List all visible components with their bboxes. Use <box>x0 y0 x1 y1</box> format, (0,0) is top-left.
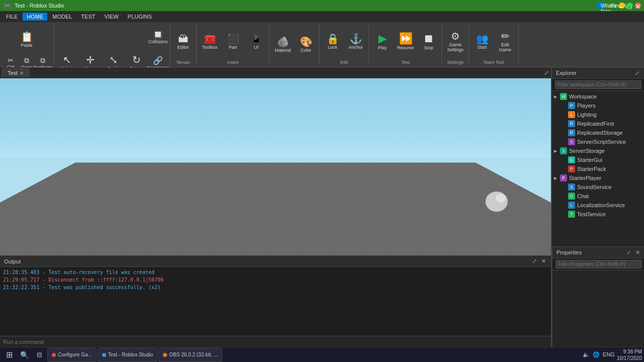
tree-item-players[interactable]: P Players <box>552 101 644 110</box>
workspace-icon: W <box>560 93 567 100</box>
material-button[interactable]: 🪨 Material <box>272 30 294 60</box>
players-icon: P <box>568 102 575 109</box>
menu-model[interactable]: MODEL <box>48 13 76 21</box>
tree-item-lighting[interactable]: L Lighting <box>552 110 644 119</box>
color-button[interactable]: 🎨 Color <box>295 30 317 60</box>
network-icon[interactable]: 🌐 <box>593 351 600 358</box>
tree-item-server-storage[interactable]: ▶ S ServerStorage <box>552 146 644 155</box>
viewport-expand-button[interactable]: ⤢ <box>544 69 549 76</box>
properties-content <box>552 270 644 347</box>
terrain-editor-button[interactable]: 🏔 Editor <box>172 27 194 57</box>
viewport-tab-test[interactable]: Test ✕ <box>2 68 29 77</box>
anchor-button[interactable]: ⚓ Anchor <box>345 27 367 57</box>
ground-plane <box>0 132 551 255</box>
task-view-button[interactable]: ⊟ <box>32 348 46 362</box>
properties-search-bar <box>552 258 644 270</box>
tree-item-chat[interactable]: C Chat <box>552 192 644 201</box>
toolbar: 📋 Paste ✂ Cut ⧉ Copy ⧉ Duplicate Clipbo <box>0 22 644 67</box>
menu-plugins[interactable]: PLUGINS <box>124 13 156 21</box>
tree-item-localization-service[interactable]: L LocalizationService <box>552 201 644 210</box>
viewport-tab-close[interactable]: ✕ <box>20 70 24 76</box>
svg-point-5 <box>496 194 506 203</box>
game-settings-label: Game Settings <box>445 42 465 52</box>
test-service-icon: T <box>568 211 575 218</box>
output-line-3: 21:32:22.351 - Test was published succes… <box>3 284 548 291</box>
explorer-expand-button[interactable]: ⤢ <box>633 69 640 76</box>
stop-button[interactable]: ⏹ Stop <box>418 27 440 57</box>
whats-new-button[interactable]: What's New <box>597 3 605 9</box>
ui-button[interactable]: 📱 UI <box>245 27 267 57</box>
clipboard-section: 📋 Paste ✂ Cut ⧉ Copy ⧉ Duplicate Clipbo <box>0 23 54 66</box>
server-script-service-icon: S <box>568 138 575 145</box>
tree-item-starter-player[interactable]: ▶ P StarterPlayer <box>552 173 644 183</box>
start-team-label: Start <box>477 45 487 50</box>
toolbox-label: Toolbox <box>202 45 217 50</box>
part-button[interactable]: ⬛ Part <box>222 27 244 57</box>
3d-scene <box>0 78 551 255</box>
minimize-button[interactable]: – <box>619 3 625 9</box>
play-button[interactable]: ▶ Play <box>371 27 393 57</box>
start-team-button[interactable]: 👥 Start <box>471 27 493 57</box>
resume-icon: ⏩ <box>399 33 413 44</box>
output-line-1: 21:28:35.403 - Test auto-recovery file w… <box>3 269 548 276</box>
lock-button[interactable]: 🔒 Lock <box>321 27 344 57</box>
maximize-button[interactable]: □ <box>627 3 633 9</box>
tree-item-test-service[interactable]: T TestService <box>552 210 644 219</box>
output-close-button[interactable]: ✕ <box>540 258 547 265</box>
menu-view[interactable]: VIEW <box>100 13 122 21</box>
menu-test[interactable]: TEST <box>77 13 99 21</box>
volume-icon[interactable]: 🔈 <box>583 351 590 358</box>
obs-app-icon <box>163 353 167 357</box>
server-storage-arrow: ▶ <box>554 149 560 153</box>
taskbar-app-obs[interactable]: OBS 26.0.2 (32-bit, ... <box>158 348 222 362</box>
tree-item-replicated-storage[interactable]: R ReplicatedStorage <box>552 128 644 137</box>
explorer-tree: ▶ W Workspace P Players L Lighting <box>552 91 644 246</box>
tree-item-sound-service[interactable]: S SoundService <box>552 183 644 192</box>
taskbar-time: 9:38 PM <box>617 348 642 355</box>
replicated-first-icon: R <box>568 120 575 127</box>
language-indicator: ENG <box>603 351 615 358</box>
close-button[interactable]: ✕ <box>635 3 641 9</box>
terrain-group: 🏔 Editor Terrain <box>170 23 197 66</box>
team-test-label: Team Test <box>484 60 504 65</box>
explorer-search-input[interactable] <box>555 80 641 89</box>
color-label: Color <box>300 48 311 53</box>
viewport-3d[interactable] <box>0 78 551 255</box>
viewport-cursor <box>319 167 323 170</box>
paste-button[interactable]: 📋 Paste <box>16 25 38 54</box>
taskbar-app-roblox[interactable]: Test - Roblox Studio <box>98 348 158 362</box>
lighting-icon: L <box>568 111 575 118</box>
tree-item-server-script-service[interactable]: S ServerScriptService <box>552 137 644 146</box>
resume-button[interactable]: ⏩ Resume <box>394 27 417 57</box>
viewport-area: Test ✕ ⤢ <box>0 67 551 347</box>
tree-item-starter-gui[interactable]: G StarterGui <box>552 155 644 164</box>
search-taskbar-button[interactable]: 🔍 <box>17 348 31 362</box>
workspace-arrow: ▶ <box>554 95 560 99</box>
properties-search-input[interactable] <box>555 260 642 268</box>
properties-close-button[interactable]: ✕ <box>634 249 641 256</box>
collisions-button[interactable]: 🔲 Collisions <box>148 24 168 49</box>
menu-file[interactable]: FILE <box>2 13 22 21</box>
tree-item-replicated-first[interactable]: R ReplicatedFirst <box>552 119 644 128</box>
tree-item-starter-pack[interactable]: P StarterPack <box>552 164 644 173</box>
title-bar-right: What's New KevinUB – □ ✕ <box>597 3 641 9</box>
tree-item-workspace[interactable]: ▶ W Workspace <box>552 92 644 101</box>
replicated-storage-label: ReplicatedStorage <box>577 130 623 136</box>
command-input[interactable] <box>3 339 548 345</box>
edit-game-button[interactable]: ✏ Edit Game <box>494 27 516 57</box>
terrain-editor-label: Editor <box>177 45 189 50</box>
taskbar-app-configure[interactable]: Configure Ga... <box>47 348 97 362</box>
insert-label: Insert <box>227 60 239 65</box>
output-expand-button[interactable]: ⤢ <box>531 258 538 265</box>
game-settings-button[interactable]: ⚙ Game Settings <box>444 27 466 57</box>
team-test-group: 👥 Start ✏ Edit Game Team Test <box>469 23 519 66</box>
localization-service-label: LocalizationService <box>577 202 625 208</box>
menu-home[interactable]: HOME <box>23 13 47 21</box>
taskbar-system-icons: 🔈 🌐 ENG <box>583 351 615 358</box>
stop-icon: ⏹ <box>423 33 434 44</box>
properties-expand-button[interactable]: ⤢ <box>625 249 632 256</box>
right-panel: Explorer ⤢ ▶ W Workspace <box>551 67 644 347</box>
start-button[interactable]: ⊞ <box>2 348 16 362</box>
edit-label: Edit <box>340 60 348 65</box>
toolbox-button[interactable]: 🧰 Toolbox <box>199 27 221 57</box>
